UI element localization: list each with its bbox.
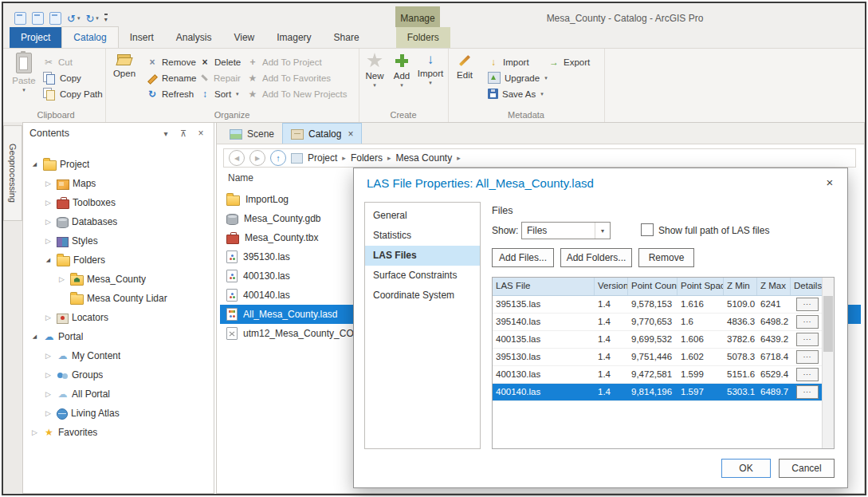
- geoprocessing-dock-tab[interactable]: Geoprocessing: [3, 125, 22, 221]
- tree-item-maps[interactable]: ▷Maps: [23, 174, 214, 193]
- table-row-400135-las[interactable]: 400135.las1.49,699,5321.6063782.66439.2.…: [493, 331, 834, 349]
- table-row-400130-las[interactable]: 400130.las1.49,472,5811.5995151.66529.4.…: [493, 366, 834, 384]
- scrollbar-thumb[interactable]: [823, 296, 833, 352]
- details-button[interactable]: ...: [796, 333, 819, 346]
- tree-item-groups[interactable]: ▷Groups: [23, 365, 214, 385]
- column-header-z-min[interactable]: Z Min: [724, 278, 757, 295]
- repair-button[interactable]: Repair: [199, 70, 241, 85]
- copy-button[interactable]: Copy: [43, 70, 81, 85]
- save-as-metadata-button[interactable]: Save As ▾: [488, 86, 544, 101]
- add-to-new-projects-button[interactable]: ★ Add To New Projects: [247, 86, 348, 101]
- expander-collapsed-icon[interactable]: ▷: [43, 314, 53, 321]
- breadcrumb-item-project[interactable]: Project: [308, 152, 337, 164]
- details-button[interactable]: ...: [796, 385, 819, 399]
- tree-item-folders[interactable]: ◢Folders: [23, 250, 214, 270]
- customize-qat-button[interactable]: ▾: [104, 14, 108, 23]
- expander-collapsed-icon[interactable]: ▷: [43, 199, 53, 207]
- remove-button[interactable]: × Remove: [147, 54, 196, 69]
- expander-expanded-icon[interactable]: ◢: [29, 333, 40, 340]
- details-button[interactable]: ...: [796, 298, 819, 311]
- cancel-button[interactable]: Cancel: [779, 459, 835, 478]
- dialog-close-icon[interactable]: ×: [822, 175, 838, 191]
- open-project-button[interactable]: [32, 12, 44, 25]
- tree-item-databases[interactable]: ▷Databases: [23, 212, 214, 231]
- add-to-favorites-button[interactable]: ★ Add To Favorites: [247, 70, 331, 85]
- tree-item-locators[interactable]: ▷Locators: [23, 308, 214, 327]
- details-button[interactable]: ...: [796, 350, 819, 364]
- dialog-nav-statistics[interactable]: Statistics: [365, 226, 480, 246]
- details-button[interactable]: ...: [796, 315, 819, 329]
- show-dropdown[interactable]: Files ▾: [521, 222, 611, 239]
- back-button[interactable]: ◀: [229, 150, 245, 166]
- refresh-button[interactable]: ↻ Refresh: [147, 86, 194, 101]
- remove-files-button[interactable]: Remove: [638, 248, 694, 267]
- view-tab-catalog[interactable]: Catalog×: [282, 123, 362, 144]
- add-to-project-button[interactable]: + Add To Project: [247, 54, 322, 69]
- new-button[interactable]: New ▾: [362, 49, 387, 87]
- cut-button[interactable]: ✂ Cut: [43, 54, 73, 69]
- forward-button[interactable]: ▶: [249, 150, 265, 166]
- expander-collapsed-icon[interactable]: ▷: [57, 275, 67, 283]
- expander-collapsed-icon[interactable]: ▷: [43, 218, 53, 226]
- save-project-button[interactable]: [49, 12, 61, 25]
- add-folders-button[interactable]: Add Folders...: [560, 248, 632, 267]
- expander-collapsed-icon[interactable]: ▷: [43, 390, 53, 398]
- table-scrollbar[interactable]: [822, 278, 834, 448]
- expander-expanded-icon[interactable]: ◢: [29, 161, 40, 168]
- ribbon-tab-folders[interactable]: Folders: [396, 27, 450, 48]
- breadcrumb-item-folders[interactable]: Folders: [351, 152, 383, 164]
- undo-button[interactable]: ↺▾: [67, 14, 80, 24]
- paste-button[interactable]: Paste ▾: [8, 49, 40, 92]
- expander-expanded-icon[interactable]: ◢: [43, 257, 53, 263]
- add-button[interactable]: Add ▾: [389, 49, 414, 87]
- upgrade-metadata-button[interactable]: Upgrade ▾: [488, 70, 548, 85]
- auto-hide-pin-icon[interactable]: ⊼: [177, 128, 190, 139]
- pane-menu-icon[interactable]: ▾: [159, 129, 172, 138]
- new-project-button[interactable]: [14, 12, 26, 25]
- show-full-path-checkbox[interactable]: [641, 223, 654, 236]
- sort-button[interactable]: ↕ Sort ▾: [199, 86, 239, 101]
- table-row-400140-las[interactable]: 400140.las1.49,814,1961.5975303.16489.7.…: [493, 384, 834, 401]
- ribbon-tab-share[interactable]: Share: [323, 27, 371, 48]
- ribbon-tab-analysis[interactable]: Analysis: [165, 27, 223, 48]
- redo-caret-icon[interactable]: ▾: [96, 15, 99, 22]
- expander-collapsed-icon[interactable]: ▷: [43, 179, 53, 187]
- redo-button[interactable]: ↻▾: [85, 14, 98, 24]
- tree-item-all-portal[interactable]: ▷☁All Portal: [23, 385, 214, 404]
- close-pane-icon[interactable]: ×: [194, 128, 207, 139]
- name-column-header[interactable]: Name: [228, 172, 253, 183]
- view-tab-scene[interactable]: Scene: [222, 124, 282, 144]
- close-tab-icon[interactable]: ×: [348, 128, 353, 140]
- breadcrumb-item-mesa-county[interactable]: Mesa County: [395, 152, 452, 164]
- details-button[interactable]: ...: [796, 368, 819, 381]
- tree-item-project[interactable]: ◢Project: [23, 155, 214, 174]
- expander-collapsed-icon[interactable]: ▷: [43, 237, 53, 245]
- tree-item-styles[interactable]: ▷Styles: [23, 231, 214, 250]
- ribbon-tab-insert[interactable]: Insert: [119, 27, 165, 48]
- column-header-point-spacin[interactable]: Point Spacin: [678, 278, 724, 295]
- column-header-las-file[interactable]: LAS File: [493, 278, 595, 295]
- tree-item-mesa-county[interactable]: ▷Mesa_County: [23, 270, 214, 289]
- table-row-395130-las[interactable]: 395130.las1.49,751,4461.6025078.36718.4.…: [493, 349, 834, 366]
- ribbon-tab-project[interactable]: Project: [10, 27, 61, 48]
- ok-button[interactable]: OK: [721, 459, 771, 478]
- ribbon-tab-catalog[interactable]: Catalog: [61, 26, 118, 48]
- expander-collapsed-icon[interactable]: ▷: [43, 371, 53, 379]
- import-button[interactable]: ↓ Import ▾: [416, 49, 445, 85]
- dialog-nav-general[interactable]: General: [365, 206, 480, 226]
- import-metadata-button[interactable]: ↓ Import: [488, 54, 529, 69]
- tree-item-mesa-county-lidar[interactable]: Mesa County Lidar: [23, 289, 214, 308]
- location-bar[interactable]: ◀ ▶ ↑ Project▸Folders▸Mesa County▸: [223, 148, 856, 168]
- column-header-z-max[interactable]: Z Max: [757, 278, 791, 295]
- open-button[interactable]: Open: [108, 49, 140, 78]
- export-metadata-button[interactable]: → Export: [548, 54, 590, 69]
- ribbon-tab-view[interactable]: View: [222, 27, 265, 48]
- tree-item-favorites[interactable]: ▷★Favorites: [23, 423, 214, 442]
- expander-collapsed-icon[interactable]: ▷: [43, 352, 53, 360]
- edit-metadata-button[interactable]: Edit: [451, 49, 478, 80]
- undo-caret-icon[interactable]: ▾: [77, 15, 81, 22]
- tree-item-my-content[interactable]: ▷☁My Content: [23, 346, 214, 365]
- tree-item-toolboxes[interactable]: ▷Toolboxes: [23, 193, 214, 212]
- table-row-395135-las[interactable]: 395135.las1.49,578,1531.6165109.06241...: [493, 296, 834, 314]
- dialog-nav-las-files[interactable]: LAS Files: [365, 246, 480, 266]
